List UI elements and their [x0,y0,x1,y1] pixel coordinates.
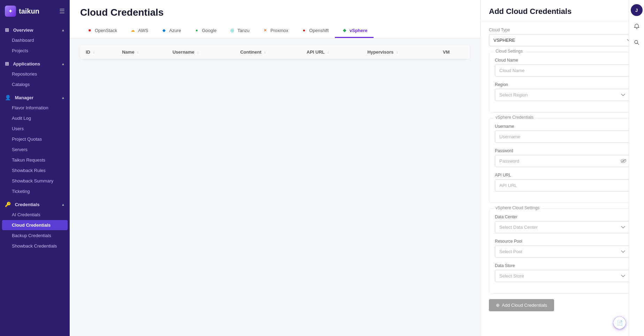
sidebar-item-ai-credentials[interactable]: AI Credentials [2,210,68,220]
sidebar-item-showback-rules[interactable]: Showback Rules [2,165,68,175]
sidebar-section-credentials-header[interactable]: 🔑 Credentials ▲ [0,198,70,209]
credentials-chevron: ▲ [61,203,65,206]
sidebar-item-servers[interactable]: Servers [2,144,68,155]
hamburger-icon[interactable]: ☰ [59,7,65,15]
tab-google[interactable]: ● Google [187,24,223,38]
data-center-group: Data Center Select Data Center [495,214,630,233]
col-vm: VM [437,45,470,59]
col-hypervisors[interactable]: Hypervisors ↕ [362,45,437,59]
cloud-type-section: Cloud Type VSPHERE AWS Azure Google Open… [489,28,636,46]
search-button[interactable] [631,37,642,48]
sidebar-section-manager-header[interactable]: 👤 Manager ▲ [0,91,70,102]
api-url-group: API URL [495,173,630,192]
docs-icon: 📄 [617,320,623,326]
resource-pool-label: Resource Pool [495,239,630,244]
password-input[interactable] [495,155,630,167]
panel-body: Cloud Type VSPHERE AWS Azure Google Open… [481,22,644,336]
data-store-label: Data Store [495,263,630,268]
add-button-icon: ⊕ [496,303,500,308]
right-icon-strip: J [629,0,644,336]
cloud-name-input[interactable] [495,64,630,77]
openshift-icon: ● [301,27,307,33]
tanzu-icon: ◎ [229,27,235,33]
sidebar-section-manager-label: Manager [15,95,33,100]
sidebar-item-showback-credentials[interactable]: Showback Credentials [2,241,68,251]
data-center-select[interactable]: Select Data Center [495,221,630,233]
sidebar-item-audit-log[interactable]: Audit Log [2,113,68,123]
sidebar-item-flavor-information[interactable]: Flavor Information [2,103,68,113]
col-username[interactable]: Username ↕ [167,45,235,59]
sidebar-item-showback-summary[interactable]: Showback Summary [2,176,68,186]
applications-icon: ⊞ [5,61,9,67]
vsphere-icon: ◆ [341,27,347,33]
col-name[interactable]: Name ↕ [116,45,167,59]
notifications-button[interactable] [631,21,642,32]
api-url-label: API URL [495,173,630,178]
proxmox-icon: ✕ [262,27,268,33]
app-name: taikun [19,7,39,15]
username-group: Username [495,124,630,143]
col-continent[interactable]: Continent ↕ [235,45,301,59]
col-api-url[interactable]: API URL ↕ [301,45,362,59]
sidebar: ✦ taikun ☰ ⊞ Overview ▲ Dashboard Projec… [0,0,70,336]
sidebar-logo: ✦ taikun ☰ [0,0,70,22]
sidebar-item-repositories[interactable]: Repositories [2,69,68,79]
cloud-type-select[interactable]: VSPHERE AWS Azure Google OpenStack Tanzu… [489,34,636,46]
tab-tanzu[interactable]: ◎ Tanzu [223,24,256,38]
submit-area: ⊕ Add Cloud Credentials [489,299,636,311]
logo-icon: ✦ [5,6,16,17]
tab-vsphere[interactable]: ◆ vSphere [335,24,374,38]
sidebar-item-cloud-credentials[interactable]: Cloud Credentials [2,220,68,230]
manager-icon: 👤 [5,95,11,100]
resource-pool-group: Resource Pool Select Pool [495,239,630,258]
aws-icon: ☁ [130,27,136,33]
tab-openshift[interactable]: ● Openshift [294,24,335,38]
resource-pool-select[interactable]: Select Pool [495,245,630,258]
sidebar-item-projects[interactable]: Projects [2,46,68,56]
col-id[interactable]: ID ↕ [80,45,116,59]
cloud-settings-label: Cloud Settings [493,49,525,54]
sort-continent-icon: ↕ [264,50,266,54]
sort-username-icon: ↕ [197,50,199,54]
app-logo[interactable]: ✦ taikun [5,6,39,17]
user-avatar-button[interactable]: J [631,4,643,16]
manager-chevron: ▲ [61,96,65,100]
vsphere-credentials-label: vSphere Credentials [493,115,536,120]
vsphere-cloud-settings-label: vSphere Cloud Settings [493,205,542,210]
data-store-select[interactable]: Select Store [495,270,630,282]
docs-button[interactable]: 📄 [613,317,626,329]
tab-azure[interactable]: ◆ Azure [154,24,187,38]
add-credentials-panel: Add Cloud Credentials → Cloud Type VSPHE… [480,0,644,336]
main-header: Cloud Credentials ■ OpenStack ☁ AWS ◆ Az… [70,0,480,38]
region-label: Region [495,82,630,87]
sort-hypervisors-icon: ↕ [396,50,398,54]
azure-icon: ◆ [161,27,167,33]
tab-openstack[interactable]: ■ OpenStack [80,24,123,38]
add-cloud-credentials-button[interactable]: ⊕ Add Cloud Credentials [489,299,554,311]
sidebar-section-credentials-label: Credentials [15,202,40,207]
sidebar-item-ticketing[interactable]: Ticketing [2,186,68,196]
sidebar-item-catalogs[interactable]: Catalogs [2,79,68,89]
cloud-type-label: Cloud Type [489,28,636,32]
vsphere-cloud-settings-section: vSphere Cloud Settings Data Center Selec… [489,209,636,294]
region-select[interactable]: Select Region [495,89,630,101]
openstack-icon: ■ [86,27,93,33]
sidebar-item-users[interactable]: Users [2,124,68,134]
tab-aws[interactable]: ☁ AWS [123,24,154,38]
credentials-table: ID ↕ Name ↕ Username ↕ Continent [80,45,470,59]
sidebar-section-overview-header[interactable]: ⊞ Overview ▲ [0,24,70,35]
sidebar-item-project-quotas[interactable]: Project Quotas [2,134,68,144]
credentials-icon: 🔑 [5,202,11,207]
username-input[interactable] [495,131,630,143]
main-content-area: Cloud Credentials ■ OpenStack ☁ AWS ◆ Az… [70,0,480,336]
sidebar-item-backup-credentials[interactable]: Backup Credentials [2,230,68,241]
sidebar-section-credentials: 🔑 Credentials ▲ AI Credentials Cloud Cre… [0,198,70,251]
sidebar-item-dashboard[interactable]: Dashboard [2,35,68,45]
sidebar-section-applications-header[interactable]: ⊞ Applications ▲ [0,57,70,69]
tab-proxmox[interactable]: ✕ Proxmox [256,24,294,38]
data-store-group: Data Store Select Store [495,263,630,282]
api-url-input[interactable] [495,179,630,192]
password-toggle-button[interactable] [621,158,626,164]
sidebar-item-taikun-requests[interactable]: Taikun Requests [2,155,68,165]
password-wrapper [495,155,630,167]
